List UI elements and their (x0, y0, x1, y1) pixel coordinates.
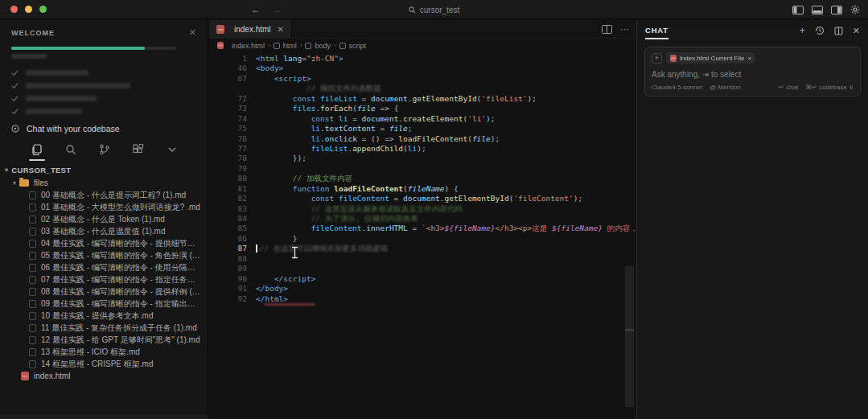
code-line[interactable]: 77 fileList.appendChild(li); (209, 144, 636, 154)
search-tab-icon[interactable] (63, 140, 79, 159)
editor-scrollbar[interactable] (625, 266, 634, 407)
code-editor[interactable]: 1<html lang="zh-CN">46<body>67 <script> … (209, 54, 636, 304)
code-line[interactable]: 74 const li = document.createElement('li… (209, 114, 636, 124)
file-list-item[interactable]: 08 最佳实践 - 编写清晰的指令 - 提供样例 (1).md (0, 285, 208, 298)
add-context-button[interactable]: + (652, 53, 662, 64)
back-arrow-icon[interactable]: ← (251, 5, 261, 14)
chat-with-codebase-label: Chat with your codebase (27, 124, 120, 134)
code-line[interactable]: 83 // 这里应该从服务器读取真实文件内容代码 (209, 204, 636, 214)
file-list-item[interactable]: 05 最佳实践 - 编写清晰的指令 - 角色扮演 (1).md (0, 249, 208, 261)
code-line[interactable]: 1<html lang="zh-CN"> (209, 54, 636, 64)
code-text: <html lang="zh-CN"> (256, 54, 343, 64)
welcome-close-icon[interactable]: ✕ (189, 28, 196, 37)
file-list-item[interactable]: 02 基础概念 - 什么是 Token (1).md (0, 213, 208, 225)
close-chat-icon[interactable]: ✕ (853, 26, 860, 36)
file-list-item[interactable]: 03 基础概念 - 什么是温度值 (1).md (0, 225, 208, 237)
welcome-checklist-item[interactable] (11, 80, 196, 92)
file-list-item[interactable]: 13 框架思维 - ICIO 框架.md (0, 346, 208, 358)
file-list-item[interactable]: 14 框架思维 - CRISPE 框架.md (0, 358, 208, 370)
more-actions-icon[interactable]: ⋯ (620, 24, 629, 35)
cmd-codebase-hint[interactable]: ⌘↵ codebase ∨ (805, 84, 854, 91)
code-line[interactable]: 84 // 为了演示, 仅模拟内容效果 (209, 214, 636, 224)
code-line[interactable]: 67 <script> (209, 74, 636, 84)
extensions-tab-icon[interactable] (130, 140, 146, 159)
chat-tab[interactable]: CHAT (645, 26, 668, 39)
sidebar-scrollbar[interactable] (0, 415, 208, 419)
code-line[interactable]: 81 function loadFileContent(fileName) { (209, 184, 636, 194)
code-line[interactable]: 82 const fileContent = document.getEleme… (209, 194, 636, 203)
file-list: 00 基础概念 - 什么是提示词工程? (1).md01 基础概念 - 大模型怎… (0, 189, 208, 370)
explorer-tab-icon[interactable] (29, 140, 45, 159)
line-number: 92 (209, 294, 256, 304)
toggle-bottom-panel-icon[interactable] (812, 6, 823, 14)
file-list-item[interactable]: 04 最佳实践 - 编写清晰的指令 - 提供细节和背景 (1).md (0, 237, 208, 249)
file-list-item[interactable]: 07 最佳实践 - 编写清晰的指令 - 指定任务所需步骤 (1).md (0, 273, 208, 285)
file-list-item[interactable]: 11 最佳实践 - 复杂任务拆分成子任务 (1).md (0, 322, 208, 334)
file-index-html[interactable]: <> index.html (0, 370, 208, 382)
toggle-left-sidebar-icon[interactable] (792, 6, 804, 14)
breadcrumb-script[interactable]: script (349, 42, 367, 50)
code-line[interactable]: 89 (209, 264, 636, 273)
folder-files[interactable]: ▾ files (0, 177, 208, 189)
file-list-item[interactable]: 00 基础概念 - 什么是提示词工程? (1).md (0, 189, 208, 201)
code-line[interactable]: 86 } (209, 234, 636, 244)
mention-button[interactable]: @ Mention (710, 84, 741, 91)
code-line[interactable]: 80 // 加载文件内容 (209, 174, 636, 183)
code-line[interactable]: 73 files.forEach(file => { (209, 104, 636, 113)
close-window-button[interactable] (10, 6, 18, 13)
code-text: <script> (256, 74, 311, 84)
code-line[interactable]: 91</body> (209, 284, 636, 294)
enter-chat-hint[interactable]: ↵ chat (779, 84, 798, 91)
code-line[interactable]: 46<body> (209, 64, 636, 73)
split-editor-icon[interactable] (602, 25, 612, 34)
model-selector[interactable]: Claude4.5-sonnet (652, 84, 702, 91)
window-search[interactable]: cursor_test (0, 0, 868, 19)
toggle-right-sidebar-icon[interactable] (831, 6, 842, 14)
code-line[interactable]: 88 (209, 254, 636, 264)
redacted-label (26, 83, 130, 88)
zoom-window-button[interactable] (39, 6, 47, 13)
file-list-item[interactable]: 10 最佳实践 - 提供参考文本.md (0, 310, 208, 322)
line-number: 87 (209, 244, 256, 253)
error-underline (264, 303, 315, 306)
breadcrumb-file[interactable]: index.html (232, 42, 265, 50)
context-pill-current-file[interactable]: <> index.html Current File × (666, 52, 755, 64)
welcome-checklist (11, 67, 196, 117)
code-line[interactable]: // 模拟文件列表数据 (209, 84, 636, 93)
explorer-root[interactable]: ▾ CURSOR_TEST (0, 163, 208, 177)
new-chat-plus-icon[interactable]: + (800, 25, 805, 36)
minimize-window-button[interactable] (25, 6, 32, 13)
code-line[interactable]: 76 li.onclick = () => loadFileContent(fi… (209, 134, 636, 144)
welcome-checklist-item[interactable] (11, 105, 196, 117)
code-line[interactable]: 72 const fileList = document.getElementB… (209, 94, 636, 104)
code-text: li.onclick = () => loadFileContent(file)… (256, 134, 500, 144)
more-views-chevron-icon[interactable] (164, 140, 180, 159)
welcome-checklist-item[interactable] (11, 67, 196, 79)
breadcrumb-body[interactable]: body (315, 42, 331, 50)
symbol-icon (274, 43, 280, 49)
pill-close-icon[interactable]: × (747, 55, 751, 62)
welcome-checklist-item[interactable] (11, 92, 196, 105)
breadcrumb-html[interactable]: html (283, 42, 297, 50)
code-line[interactable]: 75 li.textContent = file; (209, 124, 636, 134)
code-line[interactable]: 79 (209, 164, 636, 174)
code-line[interactable]: 90 </script> (209, 274, 636, 284)
tab-close-icon[interactable]: ✕ (278, 25, 284, 34)
code-line[interactable]: 85 fileContent.innerHTML = `<h3>${fileNa… (209, 224, 636, 233)
chat-input-box[interactable]: + <> index.html Current File × Ask anyth… (644, 47, 861, 97)
source-control-tab-icon[interactable] (97, 140, 113, 159)
settings-gear-icon[interactable] (850, 5, 860, 14)
expand-chat-icon[interactable] (834, 27, 843, 35)
markdown-file-icon (29, 203, 36, 212)
forward-arrow-icon[interactable]: → (272, 5, 282, 14)
chat-history-icon[interactable] (815, 26, 825, 35)
file-list-item[interactable]: 01 基础概念 - 大模型怎么做到词语接龙? .md (0, 201, 208, 213)
file-list-item[interactable]: 12 最佳实践 - 给 GPT 足够时间"思考" (1).md (0, 334, 208, 346)
file-list-item[interactable]: 09 最佳实践 - 编写清晰的指令 - 指定输出长度 (1).md (0, 298, 208, 310)
line-number: 79 (209, 164, 256, 174)
tab-index-html[interactable]: <> index.html ✕ (209, 20, 292, 39)
chat-with-codebase-item[interactable]: Chat with your codebase (11, 124, 196, 134)
code-line[interactable]: 87// 在这里可以继续添加更多功能逻辑 (209, 244, 636, 253)
code-line[interactable]: 78 }); (209, 154, 636, 163)
file-list-item[interactable]: 06 最佳实践 - 编写清晰的指令 - 使用分隔符 (1).md (0, 261, 208, 273)
